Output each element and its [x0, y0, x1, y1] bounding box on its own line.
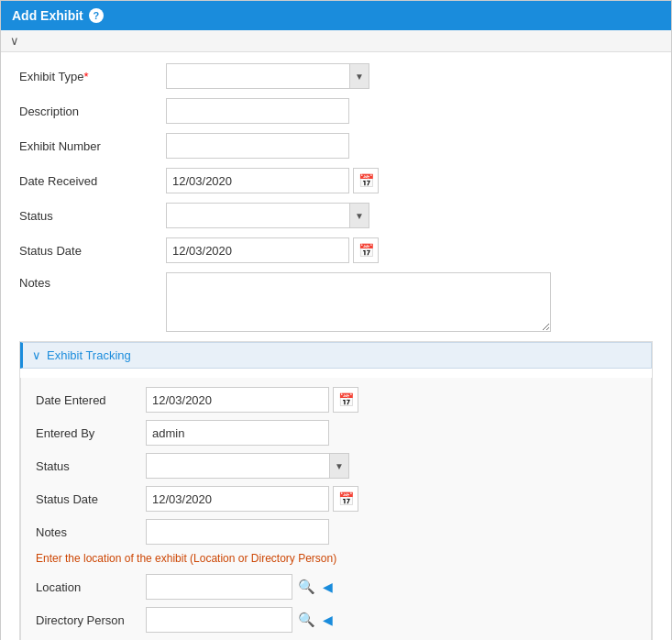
title-bar: Add Exhibit ?	[1, 1, 671, 30]
directory-person-search-btn[interactable]: 🔍	[296, 612, 317, 628]
directory-person-search-icon: 🔍	[298, 612, 315, 627]
tracking-notes-input[interactable]	[146, 519, 329, 545]
status-date-row: Status Date 📅	[19, 237, 653, 263]
location-row: Location 🔍 ◀	[36, 574, 636, 600]
directory-person-clear-btn[interactable]: ◀	[321, 612, 335, 627]
tracking-section-label: Exhibit Tracking	[47, 348, 131, 362]
tracking-section-header[interactable]: ∨ Exhibit Tracking	[20, 342, 652, 369]
collapse-icon: ∨	[10, 34, 19, 48]
directory-person-row: Directory Person 🔍 ◀	[36, 607, 636, 633]
status-date-label: Status Date	[19, 244, 166, 258]
status-label: Status	[19, 209, 166, 223]
exhibit-type-label: Exhibit Type*	[19, 70, 166, 83]
tracking-status-input[interactable]	[146, 453, 329, 479]
tracking-section: ∨ Exhibit Tracking Date Entered 📅	[19, 341, 653, 640]
date-entered-input[interactable]	[146, 387, 329, 413]
notes-label: Notes	[19, 272, 166, 290]
date-entered-label: Date Entered	[36, 393, 146, 407]
tracking-status-date-label: Status Date	[36, 492, 146, 506]
calendar-icon-2: 📅	[358, 243, 374, 258]
status-date-calendar-btn[interactable]: 📅	[353, 237, 379, 263]
date-received-row: Date Received 📅	[19, 168, 653, 193]
date-entered-calendar-btn[interactable]: 📅	[333, 387, 358, 413]
tracking-status-date-wrapper: 📅	[146, 486, 358, 512]
directory-person-field-group: 🔍 ◀	[146, 607, 335, 633]
description-input[interactable]	[166, 98, 349, 124]
notes-row: Notes	[19, 272, 653, 332]
tracking-status-wrapper: ▼	[146, 453, 349, 479]
location-clear-icon: ◀	[323, 579, 333, 594]
date-entered-wrapper: 📅	[146, 387, 358, 413]
location-info-text: Enter the location of the exhibit (Locat…	[36, 552, 636, 565]
calendar-icon-3: 📅	[338, 392, 354, 407]
date-entered-row: Date Entered 📅	[36, 387, 636, 413]
location-field-group: 🔍 ◀	[146, 574, 335, 600]
status-input[interactable]	[166, 203, 349, 228]
location-search-btn[interactable]: 🔍	[296, 579, 317, 595]
tracking-status-label: Status	[36, 459, 146, 473]
status-dropdown-btn[interactable]: ▼	[349, 203, 369, 228]
exhibit-number-label: Exhibit Number	[19, 139, 166, 153]
description-label: Description	[19, 105, 166, 118]
tracking-status-date-input[interactable]	[146, 486, 329, 512]
date-received-calendar-btn[interactable]: 📅	[353, 168, 379, 193]
location-clear-btn[interactable]: ◀	[321, 579, 335, 594]
location-search-icon: 🔍	[298, 579, 315, 594]
calendar-icon: 📅	[358, 173, 374, 188]
date-received-input[interactable]	[166, 168, 349, 193]
notes-textarea[interactable]	[166, 272, 551, 332]
tracking-collapse-icon: ∨	[32, 348, 41, 362]
directory-person-clear-icon: ◀	[323, 612, 333, 627]
description-row: Description	[19, 98, 653, 124]
tracking-status-dropdown-btn[interactable]: ▼	[329, 453, 349, 479]
main-form: Exhibit Type* ▼ Description Exhibit Numb…	[1, 52, 671, 640]
tracking-notes-row: Notes	[36, 519, 636, 545]
status-date-input[interactable]	[166, 237, 349, 263]
entered-by-row: Entered By	[36, 420, 636, 446]
exhibit-type-row: Exhibit Type* ▼	[19, 63, 653, 89]
directory-person-label: Directory Person	[36, 613, 146, 627]
exhibit-number-row: Exhibit Number	[19, 133, 653, 159]
entered-by-input[interactable]	[146, 420, 329, 446]
date-received-wrapper: 📅	[166, 168, 379, 193]
exhibit-type-wrapper: ▼	[166, 63, 369, 89]
page-title: Add Exhibit	[12, 8, 83, 23]
tracking-status-row: Status ▼	[36, 453, 636, 479]
directory-person-input[interactable]	[146, 607, 292, 633]
status-row: Status ▼	[19, 203, 653, 228]
calendar-icon-4: 📅	[338, 491, 354, 506]
location-input[interactable]	[146, 574, 292, 600]
status-wrapper: ▼	[166, 203, 369, 228]
entered-by-label: Entered By	[36, 426, 146, 440]
tracking-section-content: Date Entered 📅 Entered By Status	[20, 378, 652, 640]
status-date-wrapper: 📅	[166, 237, 379, 263]
tracking-status-date-calendar-btn[interactable]: 📅	[333, 486, 358, 512]
help-icon[interactable]: ?	[89, 8, 104, 23]
tracking-notes-label: Notes	[36, 525, 146, 539]
location-label: Location	[36, 580, 146, 594]
collapse-bar[interactable]: ∨	[1, 30, 671, 52]
tracking-status-date-row: Status Date 📅	[36, 486, 636, 512]
exhibit-type-dropdown-btn[interactable]: ▼	[349, 63, 369, 89]
exhibit-number-input[interactable]	[166, 133, 349, 159]
date-received-label: Date Received	[19, 174, 166, 188]
exhibit-type-input[interactable]	[166, 63, 349, 89]
